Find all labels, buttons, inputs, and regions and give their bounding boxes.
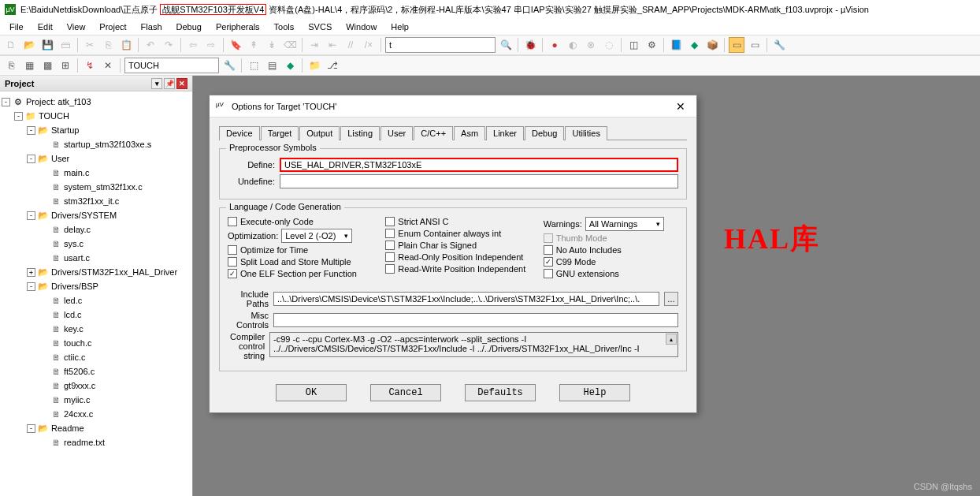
target-combo[interactable]: TOUCH — [124, 58, 219, 73]
tree-file[interactable]: 🗎gt9xxx.c — [2, 379, 191, 393]
tree-file[interactable]: 🗎readme.txt — [2, 435, 191, 449]
menu-edit[interactable]: Edit — [32, 21, 59, 33]
nav-fwd-icon[interactable]: ⇨ — [203, 37, 219, 53]
tree-file[interactable]: 🗎myiic.c — [2, 393, 191, 407]
tree-group[interactable]: -📂Drivers/BSP — [2, 279, 191, 293]
tree-file[interactable]: 🗎24cxx.c — [2, 407, 191, 421]
target-options-icon[interactable]: 🔧 — [221, 58, 237, 73]
tree-toggle-icon[interactable]: + — [27, 268, 35, 277]
tree-root[interactable]: -⚙Project: atk_f103 — [2, 95, 191, 109]
tree-file[interactable]: 🗎ctiic.c — [2, 350, 191, 364]
tree-file[interactable]: 🗎touch.c — [2, 336, 191, 350]
bookmark-prev-icon[interactable]: ↟ — [246, 37, 262, 53]
indent-icon[interactable]: ⇥ — [306, 37, 322, 53]
new-icon[interactable]: 🗋 — [3, 37, 19, 53]
tab-utilities[interactable]: Utilities — [565, 126, 607, 140]
tree-toggle-icon[interactable]: - — [27, 155, 35, 163]
tree-file[interactable]: 🗎led.c — [2, 293, 191, 308]
define-input[interactable]: USE_HAL_DRIVER,STM32F103xE — [280, 158, 678, 172]
find-icon[interactable]: 🔍 — [498, 37, 514, 53]
project-tree[interactable]: -⚙Project: atk_f103-📁TOUCH-📂Startup🗎star… — [0, 91, 192, 496]
option-strict-ansi-c[interactable]: Strict ANSI C — [385, 217, 535, 226]
tree-file[interactable]: 🗎lcd.c — [2, 308, 191, 322]
translate-icon[interactable]: ⎘ — [3, 58, 19, 73]
tree-file[interactable]: 🗎system_stm32f1xx.c — [2, 180, 191, 194]
bookmark-clear-icon[interactable]: ⌫ — [282, 37, 298, 53]
tree-toggle-icon[interactable]: - — [27, 126, 35, 135]
find-combo[interactable]: t — [385, 37, 496, 53]
option-plain-char-is-signed[interactable]: Plain Char is Signed — [385, 241, 535, 250]
tree-toggle-icon[interactable]: - — [27, 211, 35, 220]
select-packs-icon[interactable]: ◆ — [282, 58, 298, 73]
tab-cc[interactable]: C/C++ — [414, 126, 453, 140]
debug-icon[interactable]: 🐞 — [522, 37, 538, 53]
tree-target[interactable]: -📁TOUCH — [2, 109, 191, 123]
tab-debug[interactable]: Debug — [525, 126, 564, 140]
warnings-select[interactable]: All Warnings — [585, 217, 664, 231]
save-icon[interactable]: 💾 — [39, 37, 55, 53]
rebuild-icon[interactable]: ▩ — [39, 58, 55, 73]
window-icon[interactable]: ◫ — [625, 37, 641, 53]
bookmark-next-icon[interactable]: ↡ — [264, 37, 280, 53]
tree-file[interactable]: 🗎sys.c — [2, 237, 191, 251]
option-gnu-extensions[interactable]: GNU extensions — [544, 269, 678, 278]
tree-toggle-icon[interactable]: - — [27, 424, 35, 433]
option-c---mode[interactable]: ✓C99 Mode — [544, 257, 678, 267]
paste-icon[interactable]: 📋 — [118, 37, 134, 53]
include-browse-button[interactable]: … — [664, 292, 678, 306]
tree-toggle-icon[interactable]: - — [27, 282, 35, 291]
menu-debug[interactable]: Debug — [170, 21, 208, 33]
tab-asm[interactable]: Asm — [454, 126, 485, 140]
cancel-button[interactable]: Cancel — [370, 384, 441, 401]
git-icon[interactable]: ⎇ — [325, 58, 340, 73]
misc-controls-input[interactable] — [273, 313, 678, 327]
tab-target[interactable]: Target — [261, 126, 299, 140]
tab-user[interactable]: User — [380, 126, 413, 140]
option-enum-container-always-int[interactable]: Enum Container always int — [385, 229, 535, 238]
copy-icon[interactable]: ⎘ — [100, 37, 116, 53]
manage-multi-icon[interactable]: ▤ — [264, 58, 280, 73]
option-read-only-position-independent[interactable]: Read-Only Position Independent — [385, 252, 535, 262]
option-optimize-for-time[interactable]: Optimize for Time — [228, 245, 377, 255]
bookmark-icon[interactable]: 🔖 — [228, 37, 243, 53]
option-execute-only-code[interactable]: Execute-only Code — [228, 217, 377, 226]
menu-project[interactable]: Project — [93, 21, 132, 33]
tree-toggle-icon[interactable]: - — [2, 98, 10, 106]
books-icon[interactable]: 📘 — [668, 37, 684, 53]
pane-dropdown-icon[interactable]: ▾ — [151, 78, 162, 89]
uncomment-icon[interactable]: /× — [361, 37, 377, 53]
menu-view[interactable]: View — [61, 21, 92, 33]
option-read-write-position-independent[interactable]: Read-Write Position Independent — [385, 264, 535, 274]
menu-help[interactable]: Help — [384, 21, 415, 33]
tree-file[interactable]: 🗎key.c — [2, 322, 191, 336]
tab-device[interactable]: Device — [219, 126, 260, 140]
option-one-elf-section-per-function[interactable]: ✓One ELF Section per Function — [228, 269, 377, 278]
tree-file[interactable]: 🗎delay.c — [2, 222, 191, 237]
tree-file[interactable]: 🗎startup_stm32f103xe.s — [2, 137, 191, 151]
breakpoint-kill-icon[interactable]: ⊗ — [583, 37, 599, 53]
stop-build-icon[interactable]: ✕ — [100, 58, 116, 73]
tree-file[interactable]: 🗎stm32f1xx_it.c — [2, 194, 191, 208]
manage-rte-icon[interactable]: ◆ — [686, 37, 702, 53]
menu-peripherals[interactable]: Peripherals — [210, 21, 266, 33]
tab-linker[interactable]: Linker — [486, 126, 524, 140]
tree-group[interactable]: +📂Drivers/STM32F1xx_HAL_Driver — [2, 265, 191, 279]
tree-toggle-icon[interactable]: - — [14, 112, 23, 121]
menu-window[interactable]: Window — [340, 21, 383, 33]
redo-icon[interactable]: ↷ — [161, 37, 176, 53]
optimization-select[interactable]: Level 2 (-O2) — [281, 229, 352, 243]
tree-group[interactable]: -📂User — [2, 151, 191, 166]
manage-project-icon[interactable]: ⬚ — [246, 58, 262, 73]
tree-group[interactable]: -📂Readme — [2, 421, 191, 435]
tab-output[interactable]: Output — [299, 126, 340, 140]
tree-group[interactable]: -📂Drivers/SYSTEM — [2, 208, 191, 222]
tree-file[interactable]: 🗎main.c — [2, 166, 191, 180]
option-split-load-and-store-multiple[interactable]: Split Load and Store Multiple — [228, 257, 377, 267]
open-icon[interactable]: 📂 — [21, 37, 37, 53]
nav-back-icon[interactable]: ⇦ — [185, 37, 201, 53]
menu-svcs[interactable]: SVCS — [302, 21, 338, 33]
cut-icon[interactable]: ✂ — [82, 37, 98, 53]
undefine-input[interactable] — [280, 174, 678, 188]
save-all-icon[interactable]: 🗃 — [58, 37, 73, 53]
comment-icon[interactable]: // — [343, 37, 358, 53]
